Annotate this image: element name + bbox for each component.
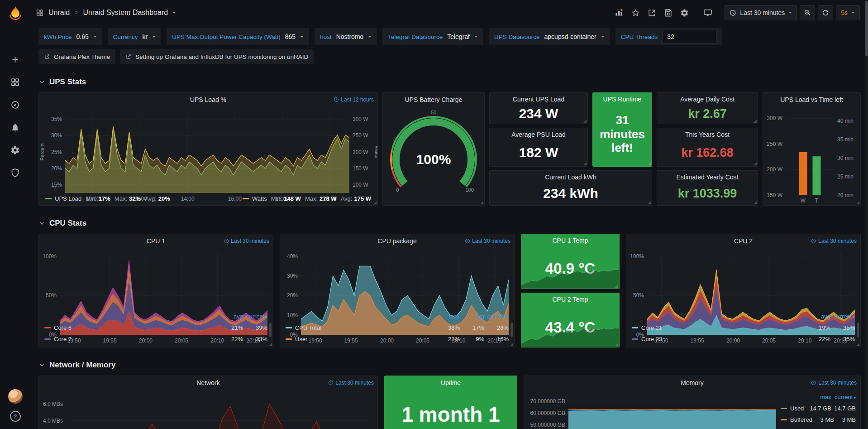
legend-series-name[interactable]: User [295,336,307,342]
panel-title[interactable]: Uptime [441,379,461,386]
panel-title[interactable]: Average PSU Load [511,131,566,138]
dashboard-submenu: kWh Price 0.65 Currency kr UPS Max Outpu… [30,25,868,64]
panel-title[interactable]: CPU 1 Temp [552,237,588,244]
add-panel-button[interactable] [612,6,626,19]
legend-series-name[interactable]: Core 7 [54,336,72,342]
panel-title[interactable]: Network [196,379,219,386]
section-header-cpu[interactable]: CPU Stats [38,217,861,230]
panel-title[interactable]: UPS Load % [190,96,226,103]
legend-stat-value: 278 W [320,195,337,202]
panel-title[interactable]: Memory [681,379,704,386]
variable-host[interactable]: host Nostromo [315,28,377,45]
legend-stat-label: Min: [271,195,282,202]
legend-series-name[interactable]: UPS Load [55,195,81,202]
link-grafana-plex-theme[interactable]: Grafana Plex Theme [38,49,115,64]
legend-series-name[interactable]: Watts [252,195,267,202]
create-button[interactable] [10,54,20,64]
sidebar-nav [10,54,20,178]
share-button[interactable] [645,6,658,19]
dashboard-dropdown-caret[interactable] [172,12,176,14]
grafana-logo[interactable] [6,5,24,23]
refresh-button[interactable] [818,5,833,20]
time-range-label: Last 30 minutes [740,9,785,16]
panel-timerange[interactable]: Last 30 minutes [465,234,510,248]
cpu-package-chart[interactable]: 19:5019:5520:0020:0520:1020:150%10%20%30… [280,248,514,311]
panel-timerange[interactable]: Last 30 minutes [811,376,857,390]
refresh-interval-picker[interactable]: 5s [836,5,860,20]
panel-title[interactable]: Estimated Yearly Cost [677,174,739,181]
page-scrollbar[interactable] [865,0,868,429]
legend-series-name[interactable]: CPU Total [295,324,321,331]
link-ups-monitoring-guide[interactable]: Setting up Grafana and InfluxDB for UPS … [120,49,314,64]
panel-title[interactable]: CPU 2 [734,237,753,245]
sidebar-item-explore[interactable] [10,100,20,110]
help-button[interactable]: ? [10,411,21,422]
variable-currency[interactable]: Currency kr [108,28,161,45]
legend-sort-avg[interactable]: avg [460,313,484,320]
sidebar-item-server-admin[interactable] [10,168,20,178]
panel-title[interactable]: Current Load kWh [545,174,596,181]
variable-ups-datasource[interactable]: UPS Datasource apcupsd-container [489,28,610,45]
breadcrumb-root[interactable]: Unraid [48,9,70,17]
panel-title[interactable]: CPU package [377,237,416,245]
legend-scrollbar[interactable] [857,323,859,337]
panel-timerange[interactable]: Last 30 minutes [224,234,269,248]
legend-series-name[interactable]: Core 23 [641,336,662,342]
cycle-view-button[interactable] [701,6,715,19]
cpu2-chart[interactable]: 19:5019:5520:0020:0520:1020:150%50%100% [626,248,860,311]
panel-title[interactable]: UPS Battery Charge [405,96,463,103]
sidebar-item-dashboards[interactable] [10,77,20,87]
legend-scrollbar[interactable] [269,323,272,337]
save-button[interactable] [661,6,675,19]
panel-timerange[interactable]: Last 30 minutes [811,234,857,248]
legend-sort-avg[interactable]: avg [806,313,830,320]
variable-telegraf-datasource[interactable]: Telegraf Datasource Telegraf [382,28,483,45]
avatar[interactable] [8,389,23,404]
legend-series-name[interactable]: Used [790,405,804,412]
variable-value: apcupsd-container [544,33,596,40]
ups-load-chart[interactable]: 10:0012:0014:0016:0018:0020:0015%20%25%3… [39,106,377,193]
variable-ups-max-output[interactable]: UPS Max Output Power Capacity (Watt) 865 [167,28,309,45]
section-header-netmem[interactable]: Network / Memory [38,358,861,372]
legend-sort-current[interactable]: current▾ [243,313,267,320]
cpu-threads-input[interactable]: 32 [662,30,716,43]
section-header-ups[interactable]: UPS Stats [38,75,861,89]
zoom-out-button[interactable] [800,5,815,20]
legend-scrollbar[interactable] [510,323,513,337]
variable-kwh-price[interactable]: kWh Price 0.65 [38,28,102,45]
legend-sort-max[interactable]: max [807,394,831,400]
legend-stat-value: 175 W [354,195,371,202]
legend-series-name[interactable]: Core 21 [641,324,662,331]
panel-timerange[interactable]: Last 30 minutes [328,376,374,390]
panel-title[interactable]: CPU 1 [147,237,165,245]
legend-series-name[interactable]: Core 6 [54,324,72,331]
sidebar-item-alerting[interactable] [10,122,20,132]
legend-series-name[interactable]: Buffered [790,416,812,423]
legend-sort-avg[interactable]: avg [219,313,243,320]
panel-title[interactable]: Current UPS Load [513,96,564,103]
svg-text:150 W: 150 W [353,165,368,172]
monitor-icon [703,8,712,17]
legend-stat-value: 32% [129,195,141,202]
save-icon [664,9,672,17]
time-range-picker[interactable]: Last 30 minutes [725,5,797,20]
dashboard-settings-button[interactable] [677,6,691,19]
legend-sort-current[interactable]: current▾ [831,394,856,400]
memory-chart[interactable]: 50.000000 GB60.000000 GB70.000000 GB [524,390,781,429]
panel-title[interactable]: UPS Runtime [603,96,642,103]
breadcrumb-page-title[interactable]: Unraid System Dashboard [83,9,168,17]
panel-title[interactable]: Average Daily Cost [680,96,734,103]
legend-sort-current[interactable]: current▾ [484,313,509,320]
scrollbar-thumb[interactable] [865,1,868,56]
cpu1-chart[interactable]: 19:5019:5520:0020:0520:1020:150%50%100% [39,248,273,311]
panel-title[interactable]: CPU 2 Temp [552,296,588,303]
legend-sort-current[interactable]: current▾ [830,313,855,320]
legend-sort-max[interactable]: max [435,313,460,320]
panel-timerange[interactable]: Last 12 hours [334,93,374,106]
network-chart[interactable]: 2.0 MBs4.0 MBs6.0 MBs [39,390,377,429]
panel-title[interactable]: UPS Load vs Time left [780,96,843,103]
star-button[interactable] [629,6,642,19]
ups-load-time-bar-chart[interactable]: 150 W200 W250 W300 W20 min25 min30 min35… [763,106,860,205]
panel-title[interactable]: This Years Cost [685,131,730,138]
sidebar-item-configuration[interactable] [10,145,20,155]
